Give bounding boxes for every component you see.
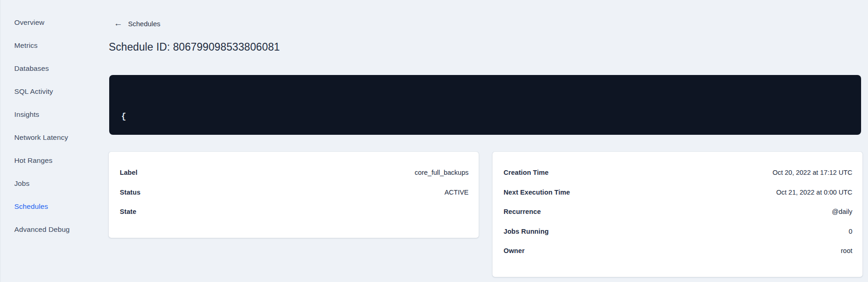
sidebar-item-advanced-debug[interactable]: Advanced Debug xyxy=(0,218,97,241)
sidebar-item-metrics[interactable]: Metrics xyxy=(0,34,97,57)
back-link-label: Schedules xyxy=(128,20,160,28)
row-value-recurrence: @daily xyxy=(832,208,852,215)
row-label-label: Label xyxy=(120,169,137,176)
table-row: Recurrence @daily xyxy=(504,202,852,222)
table-row: Creation Time Oct 20, 2022 at 17:12 UTC xyxy=(504,163,852,183)
code-line-open: { xyxy=(121,110,849,122)
table-row: Next Execution Time Oct 21, 2022 at 0:00… xyxy=(504,183,852,202)
backup-statement-code-block: { "backup_statement": "BACKUP INTO 's3:/… xyxy=(109,75,861,135)
sidebar-item-jobs[interactable]: Jobs xyxy=(0,172,97,195)
schedule-details-page: Overview Metrics Databases SQL Activity … xyxy=(0,0,868,282)
row-value-creation-time: Oct 20, 2022 at 17:12 UTC xyxy=(773,169,852,176)
table-row: Jobs Running 0 xyxy=(504,222,852,242)
table-row: Status ACTIVE xyxy=(120,183,469,202)
sidebar-item-databases[interactable]: Databases xyxy=(0,57,97,80)
row-value-status: ACTIVE xyxy=(445,189,469,196)
row-label-next-execution-time: Next Execution Time xyxy=(504,189,570,196)
sidebar-item-overview[interactable]: Overview xyxy=(0,11,97,34)
row-value-owner: root xyxy=(841,247,852,254)
row-value-next-execution-time: Oct 21, 2022 at 0:00 UTC xyxy=(776,189,852,196)
row-label-owner: Owner xyxy=(504,247,525,254)
sidebar-item-sql-activity[interactable]: SQL Activity xyxy=(0,80,97,103)
row-label-state: State xyxy=(120,208,136,215)
schedule-timing-card: Creation Time Oct 20, 2022 at 17:12 UTC … xyxy=(493,152,862,277)
sidebar-item-hot-ranges[interactable]: Hot Ranges xyxy=(0,149,97,172)
sidebar-item-insights[interactable]: Insights xyxy=(0,103,97,126)
arrow-left-icon: ← xyxy=(114,19,123,28)
row-label-recurrence: Recurrence xyxy=(504,208,541,215)
table-row: State xyxy=(120,202,469,222)
table-row: Owner root xyxy=(504,241,852,261)
sidebar-item-network-latency[interactable]: Network Latency xyxy=(0,126,97,149)
row-label-status: Status xyxy=(120,189,141,196)
back-to-schedules-link[interactable]: ← Schedules xyxy=(114,19,160,28)
sidebar: Overview Metrics Databases SQL Activity … xyxy=(0,11,97,241)
row-label-jobs-running: Jobs Running xyxy=(504,228,549,235)
row-value-jobs-running: 0 xyxy=(849,228,852,235)
row-value-label: core_full_backups xyxy=(415,169,469,176)
schedule-label-card: Label core_full_backups Status ACTIVE St… xyxy=(109,152,479,238)
page-title: Schedule ID: 806799098533806081 xyxy=(109,41,280,53)
row-label-creation-time: Creation Time xyxy=(504,169,549,176)
sidebar-item-schedules[interactable]: Schedules xyxy=(0,195,97,218)
table-row: Label core_full_backups xyxy=(120,163,469,183)
